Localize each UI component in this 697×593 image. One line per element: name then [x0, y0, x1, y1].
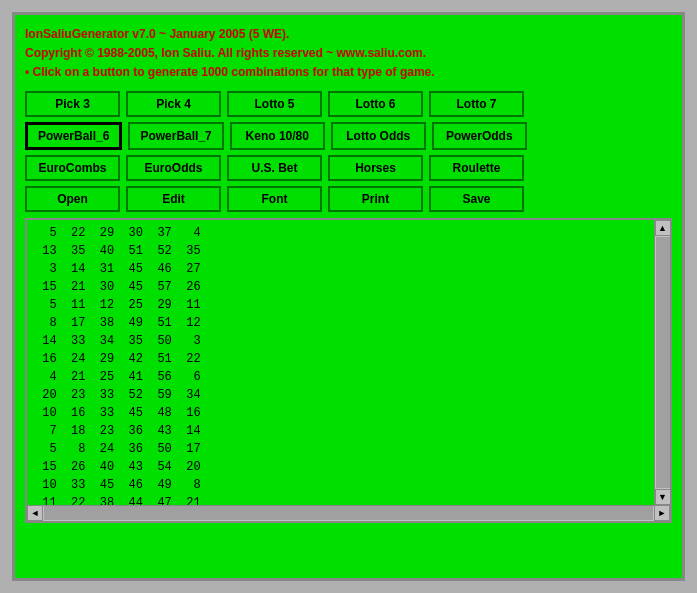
main-window: IonSaliuGenerator v7.0 ~ January 2005 (5… [12, 12, 685, 581]
horses-button[interactable]: Horses [328, 155, 423, 181]
scroll-thumb[interactable] [656, 237, 670, 488]
lotto5-button[interactable]: Lotto 5 [227, 91, 322, 117]
output-wrapper: 5 22 29 30 37 4 13 35 40 51 52 35 3 14 3… [25, 218, 672, 523]
powerodds-button[interactable]: PowerOdds [432, 122, 527, 150]
button-row-3: EuroCombs EuroOdds U.S. Bet Horses Roule… [25, 155, 672, 181]
pick4-button[interactable]: Pick 4 [126, 91, 221, 117]
output-text[interactable]: 5 22 29 30 37 4 13 35 40 51 52 35 3 14 3… [27, 220, 654, 505]
lotto7-button[interactable]: Lotto 7 [429, 91, 524, 117]
pick3-button[interactable]: Pick 3 [25, 91, 120, 117]
button-row-4: Open Edit Font Print Save [25, 186, 672, 212]
header-line3: • Click on a button to generate 1000 com… [25, 63, 672, 82]
output-inner: 5 22 29 30 37 4 13 35 40 51 52 35 3 14 3… [27, 220, 670, 505]
save-button[interactable]: Save [429, 186, 524, 212]
button-row-1: Pick 3 Pick 4 Lotto 5 Lotto 6 Lotto 7 [25, 91, 672, 117]
eurocombs-button[interactable]: EuroCombs [25, 155, 120, 181]
horizontal-scrollbar[interactable]: ◄ ► [27, 505, 670, 521]
keno-button[interactable]: Keno 10/80 [230, 122, 325, 150]
header-line1: IonSaliuGenerator v7.0 ~ January 2005 (5… [25, 25, 672, 44]
print-button[interactable]: Print [328, 186, 423, 212]
lotto6-button[interactable]: Lotto 6 [328, 91, 423, 117]
header-line2: Copyright © 1988-2005, Ion Saliu. All ri… [25, 44, 672, 63]
usbet-button[interactable]: U.S. Bet [227, 155, 322, 181]
header-text: IonSaliuGenerator v7.0 ~ January 2005 (5… [25, 25, 672, 83]
open-button[interactable]: Open [25, 186, 120, 212]
scroll-right-button[interactable]: ► [654, 505, 670, 521]
scroll-down-button[interactable]: ▼ [655, 489, 671, 505]
scroll-up-button[interactable]: ▲ [655, 220, 671, 236]
powerball7-button[interactable]: PowerBall_7 [128, 122, 223, 150]
scroll-left-button[interactable]: ◄ [27, 505, 43, 521]
vertical-scrollbar[interactable]: ▲ ▼ [654, 220, 670, 505]
button-row-2: PowerBall_6 PowerBall_7 Keno 10/80 Lotto… [25, 122, 672, 150]
lotto-odds-button[interactable]: Lotto Odds [331, 122, 426, 150]
h-scroll-thumb[interactable] [44, 506, 653, 520]
roulette-button[interactable]: Roulette [429, 155, 524, 181]
edit-button[interactable]: Edit [126, 186, 221, 212]
powerball6-button[interactable]: PowerBall_6 [25, 122, 122, 150]
font-button[interactable]: Font [227, 186, 322, 212]
euroodds-button[interactable]: EuroOdds [126, 155, 221, 181]
